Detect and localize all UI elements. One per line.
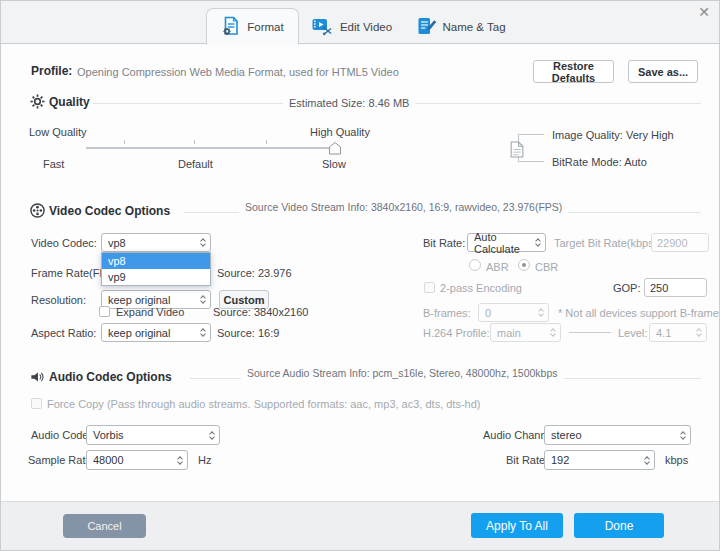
save-as-button[interactable]: Save as...	[628, 60, 698, 83]
video-codec-select[interactable]: vp8	[101, 233, 211, 252]
apply-to-all-button[interactable]: Apply To All	[471, 513, 563, 538]
quality-slider-handle[interactable]	[328, 141, 342, 159]
tab-format-label: Format	[247, 21, 283, 33]
video-codec-label: Video Codec:	[31, 237, 97, 249]
b-frames-note: * Not all devices support B-frames	[558, 307, 720, 319]
cbr-radio	[518, 259, 530, 271]
video-codec-dropdown: vp8 vp9	[101, 252, 211, 286]
profile-value: Opening Compression Web Media Format, us…	[77, 66, 399, 78]
video-section-title: Video Codec Options	[49, 204, 170, 218]
select-arrows-icon	[539, 309, 543, 316]
b-frames-label: B-frames:	[423, 307, 471, 319]
slider-high-quality-label: High Quality	[310, 126, 370, 138]
audio-bit-rate-unit: kbps	[665, 454, 688, 466]
select-arrows-icon	[645, 457, 649, 464]
quality-slider-track[interactable]	[86, 147, 341, 149]
abr-radio	[469, 259, 481, 271]
resolution-label: Resolution:	[31, 294, 86, 306]
gop-input[interactable]	[644, 278, 707, 297]
target-bit-rate-label: Target Bit Rate(kbps):	[554, 237, 660, 249]
select-arrows-icon	[178, 457, 182, 464]
audio-codec-select[interactable]: Vorbis	[86, 425, 220, 445]
tab-format[interactable]: Format	[206, 8, 299, 45]
two-pass-encoding-checkbox	[424, 282, 435, 293]
dropdown-option-vp8[interactable]: vp8	[102, 253, 210, 269]
aspect-ratio-label: Aspect Ratio:	[31, 327, 96, 339]
bit-rate-select[interactable]: Auto Calculate	[467, 233, 546, 252]
done-button[interactable]: Done	[574, 513, 664, 538]
tab-edit-video[interactable]: Edit Video	[309, 8, 395, 45]
select-arrows-icon	[210, 432, 214, 439]
cbr-label: CBR	[535, 261, 558, 273]
gop-label: GOP:	[613, 282, 641, 294]
level-select: 4.1	[649, 323, 707, 342]
aspect-ratio-select[interactable]: keep original	[101, 323, 211, 342]
select-arrows-icon	[201, 329, 205, 336]
slider-tick	[124, 140, 125, 144]
name-tag-document-pencil-icon	[416, 16, 436, 38]
audio-section-title: Audio Codec Options	[49, 370, 172, 384]
dropdown-option-vp9[interactable]: vp9	[102, 269, 210, 285]
restore-defaults-button[interactable]: Restore Defaults	[533, 60, 614, 83]
image-quality-value: Image Quality: Very High	[552, 129, 674, 141]
cancel-button[interactable]: Cancel	[63, 514, 146, 538]
target-bit-rate-input	[651, 233, 709, 252]
resolution-source: Source: 3840x2160	[213, 306, 308, 318]
force-copy-checkbox	[31, 398, 42, 409]
quality-section-title: Quality	[49, 95, 90, 109]
tab-name-tag-label: Name & Tag	[442, 21, 505, 33]
film-reel-icon	[30, 203, 45, 222]
close-icon[interactable]: ✕	[698, 3, 710, 21]
speaker-icon	[30, 370, 45, 388]
select-arrows-icon	[536, 239, 540, 246]
frame-rate-source: Source: 23.976	[217, 267, 292, 279]
slider-low-quality-label: Low Quality	[29, 126, 86, 138]
abr-label: ABR	[486, 261, 509, 273]
sample-rate-label: Sample Rate:	[28, 454, 95, 466]
sample-rate-unit: Hz	[198, 454, 211, 466]
force-copy-label: Force Copy (Pass through audio streams. …	[47, 398, 480, 410]
select-arrows-icon	[697, 329, 701, 336]
audio-bit-rate-select[interactable]: 192	[544, 450, 655, 470]
slider-tick	[266, 140, 267, 144]
two-pass-encoding-label: 2-pass Encoding	[440, 282, 522, 294]
edit-video-film-scissors-icon	[312, 16, 334, 38]
b-frames-select: 0	[478, 303, 549, 322]
format-document-gear-icon	[221, 16, 241, 38]
slider-fast-label: Fast	[43, 158, 64, 170]
video-source-info: Source Video Stream Info: 3840x2160, 16:…	[239, 201, 568, 213]
bitrate-mode-value: BitRate Mode: Auto	[552, 156, 647, 168]
aspect-ratio-source: Source: 16:9	[217, 327, 279, 339]
audio-channel-select[interactable]: stereo	[544, 425, 691, 445]
converter-settings-window: Format Edit Video	[0, 0, 720, 551]
select-arrows-icon	[681, 432, 685, 439]
select-arrows-icon	[551, 329, 555, 336]
level-label: Level:	[618, 327, 647, 339]
slider-slow-label: Slow	[322, 158, 346, 170]
sample-rate-select[interactable]: 48000	[86, 450, 188, 470]
h264-profile-select: main	[490, 323, 561, 342]
bit-rate-label: Bit Rate:	[423, 237, 465, 249]
profile-level-connector	[569, 332, 611, 333]
select-arrows-icon	[201, 296, 205, 303]
expand-video-label: Expand Video	[116, 306, 184, 318]
gear-icon	[30, 94, 45, 113]
tab-edit-video-label: Edit Video	[340, 21, 392, 33]
tab-name-tag[interactable]: Name & Tag	[415, 8, 507, 45]
h264-profile-label: H.264 Profile:	[423, 327, 490, 339]
expand-video-checkbox[interactable]	[99, 306, 110, 317]
profile-label: Profile:	[31, 64, 72, 78]
estimated-size: Estimated Size: 8.46 MB	[283, 97, 415, 109]
audio-source-info: Source Audio Stream Info: pcm_s16le, Ste…	[241, 367, 564, 379]
slider-tick	[194, 140, 195, 144]
slider-default-label: Default	[178, 158, 213, 170]
select-arrows-icon	[201, 239, 205, 246]
audio-bit-rate-label: Bit Rate:	[506, 454, 548, 466]
document-icon	[510, 141, 524, 162]
